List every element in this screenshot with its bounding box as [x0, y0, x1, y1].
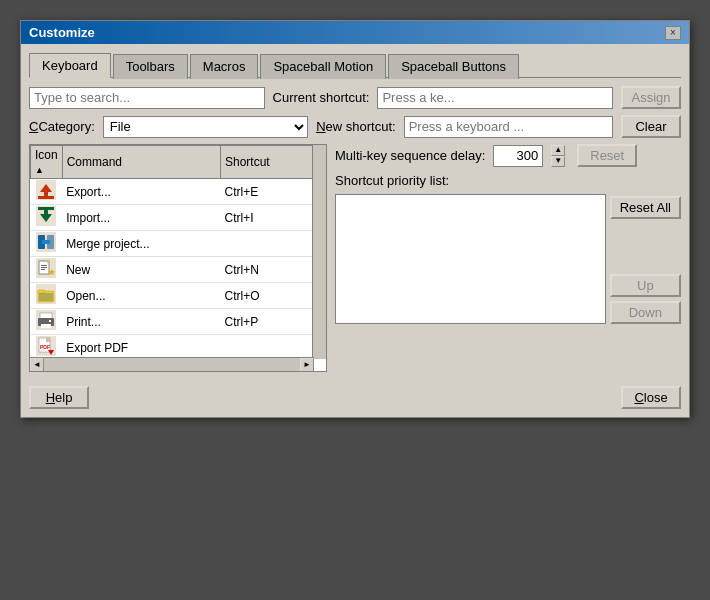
shortcut-cell: Ctrl+E [220, 179, 313, 205]
new-icon: ★ [31, 257, 63, 283]
command-cell: Print... [62, 309, 220, 335]
dialog-close-button[interactable]: × [665, 26, 681, 40]
spinner-down-button[interactable]: ▼ [551, 156, 565, 167]
down-button[interactable]: Down [610, 301, 681, 324]
command-cell: Export PDF [62, 335, 220, 360]
command-cell: Open... [62, 283, 220, 309]
search-input[interactable] [29, 87, 265, 109]
shortcut-cell: Ctrl+O [220, 283, 313, 309]
svg-rect-9 [42, 240, 50, 244]
command-table: Icon Command Shortcut [30, 145, 314, 359]
dialog-title: Customize [29, 25, 95, 40]
table-header-row: Icon Command Shortcut [31, 146, 314, 179]
clear-button[interactable]: Clear [621, 115, 681, 138]
new-shortcut-input[interactable] [404, 116, 613, 138]
column-header-command[interactable]: Command [62, 146, 220, 179]
current-shortcut-input[interactable] [377, 87, 613, 109]
export-icon [31, 179, 63, 205]
multi-key-spinner: ▲ ▼ [551, 145, 565, 167]
print-icon [31, 309, 63, 335]
table-row[interactable]: Open...Ctrl+O [31, 283, 314, 309]
svg-rect-25 [49, 320, 51, 322]
command-table-scroll[interactable]: Icon Command Shortcut [30, 145, 314, 359]
command-cell: Import... [62, 205, 220, 231]
svg-text:★: ★ [48, 268, 56, 277]
help-button[interactable]: Help [29, 386, 89, 409]
svg-rect-20 [39, 293, 53, 301]
import-icon [31, 205, 63, 231]
scroll-left-arrow[interactable]: ◄ [30, 358, 44, 372]
command-table-container: Icon Command Shortcut [29, 144, 327, 372]
command-cell: Export... [62, 179, 220, 205]
shortcut-cell [220, 231, 313, 257]
reset-all-button[interactable]: Reset All [610, 196, 681, 219]
multi-key-row: Multi-key sequence delay: ▲ ▼ Reset [335, 144, 681, 167]
svg-rect-19 [38, 290, 45, 293]
svg-rect-24 [41, 324, 51, 328]
exportpdf-icon: PDF [31, 335, 63, 360]
tab-keyboard[interactable]: Keyboard [29, 53, 111, 78]
svg-rect-15 [41, 269, 45, 270]
table-row[interactable]: Merge project... [31, 231, 314, 257]
command-cell: Merge project... [62, 231, 220, 257]
tab-macros[interactable]: Macros [190, 54, 259, 79]
svg-rect-13 [41, 265, 47, 266]
category-label: CCategory: [29, 119, 95, 134]
svg-marker-28 [46, 338, 50, 342]
shortcut-cell [220, 335, 313, 360]
bottom-buttons: Help Close [29, 380, 681, 409]
svg-text:PDF: PDF [40, 344, 50, 350]
table-row[interactable]: Export...Ctrl+E [31, 179, 314, 205]
svg-rect-14 [41, 267, 47, 268]
column-header-icon[interactable]: Icon [31, 146, 63, 179]
tabs-bar: Keyboard Toolbars Macros Spaceball Motio… [29, 52, 681, 78]
up-button[interactable]: Up [610, 274, 681, 297]
priority-list-label: Shortcut priority list: [335, 173, 449, 188]
reset-button[interactable]: Reset [577, 144, 637, 167]
table-row[interactable]: Import...Ctrl+I [31, 205, 314, 231]
shortcut-cell: Ctrl+N [220, 257, 313, 283]
merge-icon [31, 231, 63, 257]
column-header-shortcut[interactable]: Shortcut [220, 146, 313, 179]
multi-key-input[interactable] [493, 145, 543, 167]
command-cell: New [62, 257, 220, 283]
spinner-up-button[interactable]: ▲ [551, 145, 565, 156]
table-row[interactable]: Print...Ctrl+P [31, 309, 314, 335]
new-shortcut-label: New shortcut: [316, 119, 395, 134]
svg-rect-5 [38, 207, 54, 210]
shortcut-cell: Ctrl+P [220, 309, 313, 335]
svg-marker-12 [47, 261, 49, 263]
vertical-scrollbar[interactable] [312, 145, 326, 359]
table-row[interactable]: ★ NewCtrl+N [31, 257, 314, 283]
multi-key-label: Multi-key sequence delay: [335, 148, 485, 163]
priority-list[interactable] [335, 194, 606, 324]
category-select[interactable]: FileEditViewInsertFormatToolsWindowHelp [103, 116, 308, 138]
title-bar: Customize × [21, 21, 689, 44]
customize-dialog: Customize × Keyboard Toolbars Macros Spa… [20, 20, 690, 418]
shortcut-cell: Ctrl+I [220, 205, 313, 231]
tab-toolbars[interactable]: Toolbars [113, 54, 188, 79]
svg-rect-2 [38, 196, 54, 199]
close-dialog-button[interactable]: Close [621, 386, 681, 409]
dialog-body: Keyboard Toolbars Macros Spaceball Motio… [21, 44, 689, 417]
open-icon [31, 283, 63, 309]
scroll-right-arrow[interactable]: ► [300, 358, 314, 372]
tab-spaceball-buttons[interactable]: Spaceball Buttons [388, 54, 519, 79]
assign-button[interactable]: Assign [621, 86, 681, 109]
tab-spaceball-motion[interactable]: Spaceball Motion [260, 54, 386, 79]
table-row[interactable]: PDF Export PDF [31, 335, 314, 360]
current-shortcut-label: Current shortcut: [273, 90, 370, 105]
horizontal-scrollbar[interactable]: ◄ ► [30, 357, 314, 371]
